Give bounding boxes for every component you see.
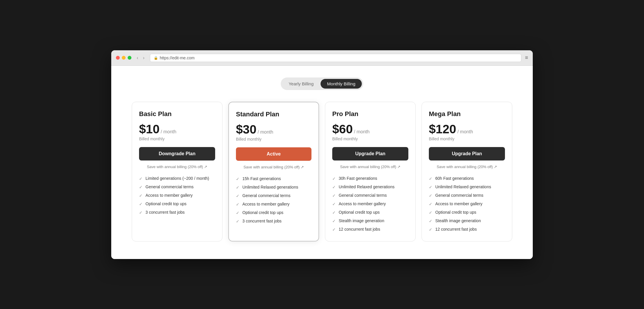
feature-item: ✓ Optional credit top ups [429, 210, 505, 215]
feature-item: ✓ Unlimited Relaxed generations [332, 184, 408, 189]
plan-price-row: $60 / month [332, 123, 408, 135]
forward-button[interactable]: › [141, 55, 146, 61]
feature-item: ✓ 30h Fast generations [332, 176, 408, 181]
check-icon: ✓ [236, 185, 239, 190]
feature-text: Unlimited Relaxed generations [339, 184, 395, 189]
plan-billed: Billed monthly [332, 137, 408, 141]
check-icon: ✓ [139, 176, 143, 181]
feature-text: Access to member gallery [242, 202, 290, 206]
check-icon: ✓ [139, 210, 143, 215]
plan-card-mega: Mega Plan $120 / month Billed monthly Up… [422, 102, 512, 241]
plan-cta-button[interactable]: Upgrade Plan [332, 147, 408, 160]
feature-text: Unlimited Relaxed generations [435, 184, 491, 189]
page-content: Yearly Billing Monthly Billing Basic Pla… [111, 66, 533, 259]
feature-item: ✓ Optional credit top ups [236, 210, 311, 215]
feature-text: General commercial terms [435, 193, 483, 198]
check-icon: ✓ [332, 193, 336, 198]
plan-billed: Billed monthly [236, 137, 311, 141]
check-icon: ✓ [332, 185, 336, 189]
plan-price-amount: $10 [139, 123, 160, 135]
plan-annual-save[interactable]: Save with annual billing (20% off) ↗ [429, 165, 505, 169]
feature-item: ✓ General commercial terms [429, 193, 505, 198]
check-icon: ✓ [236, 219, 239, 224]
address-bar[interactable]: 🔒 https://edit-me.com [150, 54, 522, 62]
check-icon: ✓ [429, 210, 432, 215]
check-icon: ✓ [236, 202, 239, 207]
plan-price-period: / month [354, 129, 369, 134]
plan-cta-button[interactable]: Upgrade Plan [429, 147, 505, 160]
feature-text: 3 concurrent fast jobs [242, 219, 282, 223]
feature-item: ✓ 15h Fast generations [236, 176, 311, 181]
plan-name: Standard Plan [236, 111, 311, 118]
browser-window: ‹ › 🔒 https://edit-me.com ≡ Yearly Billi… [111, 50, 533, 259]
feature-text: Optional credit top ups [145, 201, 186, 206]
plan-features-list: ✓ 15h Fast generations ✓ Unlimited Relax… [236, 176, 311, 224]
feature-text: Optional credit top ups [242, 210, 283, 215]
plan-billed: Billed monthly [139, 137, 215, 141]
feature-text: 30h Fast generations [339, 176, 377, 181]
feature-item: ✓ Unlimited Relaxed generations [429, 184, 505, 189]
billing-toggle: Yearly Billing Monthly Billing [281, 77, 363, 90]
feature-item: ✓ Stealth image generation [332, 218, 408, 223]
feature-item: ✓ 3 concurrent fast jobs [236, 219, 311, 224]
feature-item: ✓ Access to member gallery [236, 202, 311, 207]
feature-text: General commercial terms [242, 193, 290, 198]
check-icon: ✓ [332, 210, 336, 215]
check-icon: ✓ [332, 227, 336, 232]
feature-text: General commercial terms [145, 184, 193, 189]
monthly-billing-toggle[interactable]: Monthly Billing [321, 79, 362, 89]
plan-price-row: $120 / month [429, 123, 505, 135]
plan-name: Mega Plan [429, 110, 505, 118]
plan-features-list: ✓ Limited generations (~200 / month) ✓ G… [139, 176, 215, 215]
minimize-button[interactable] [122, 56, 126, 60]
feature-item: ✓ Stealth image generation [429, 218, 505, 223]
plan-price-amount: $30 [236, 123, 256, 136]
url-text: https://edit-me.com [160, 56, 195, 60]
feature-item: ✓ General commercial terms [139, 184, 215, 189]
plan-annual-save[interactable]: Save with annual billing (20% off) ↗ [236, 165, 311, 169]
plan-price-row: $30 / month [236, 123, 311, 136]
feature-item: ✓ General commercial terms [332, 193, 408, 198]
browser-menu-icon[interactable]: ≡ [525, 55, 528, 61]
check-icon: ✓ [429, 176, 432, 181]
check-icon: ✓ [236, 194, 239, 198]
check-icon: ✓ [236, 177, 239, 181]
plan-cta-button[interactable]: Active [236, 147, 311, 161]
check-icon: ✓ [429, 193, 432, 198]
maximize-button[interactable] [128, 56, 131, 60]
feature-text: Stealth image generation [435, 218, 481, 223]
feature-item: ✓ Unlimited Relaxed generations [236, 185, 311, 190]
plan-price-amount: $60 [332, 123, 353, 135]
plan-annual-save[interactable]: Save with annual billing (20% off) ↗ [139, 165, 215, 169]
plan-price-period: / month [258, 130, 273, 135]
feature-item: ✓ Access to member gallery [429, 201, 505, 206]
yearly-billing-toggle[interactable]: Yearly Billing [282, 79, 320, 89]
lock-icon: 🔒 [154, 56, 158, 60]
feature-item: ✓ 12 concurrent fast jobs [332, 227, 408, 232]
feature-item: ✓ 12 concurrent fast jobs [429, 227, 505, 232]
plan-name: Pro Plan [332, 110, 408, 118]
check-icon: ✓ [332, 202, 336, 206]
feature-text: 12 concurrent fast jobs [435, 227, 477, 232]
plan-features-list: ✓ 60h Fast generations ✓ Unlimited Relax… [429, 176, 505, 232]
plan-price-row: $10 / month [139, 123, 215, 135]
feature-item: ✓ 3 concurrent fast jobs [139, 210, 215, 215]
plan-price-period: / month [161, 129, 176, 134]
feature-text: General commercial terms [339, 193, 387, 198]
feature-item: ✓ Optional credit top ups [332, 210, 408, 215]
check-icon: ✓ [139, 193, 143, 198]
feature-item: ✓ General commercial terms [236, 193, 311, 198]
feature-text: Access to member gallery [435, 201, 482, 206]
check-icon: ✓ [332, 176, 336, 181]
check-icon: ✓ [139, 185, 143, 189]
feature-text: 60h Fast generations [435, 176, 474, 181]
feature-item: ✓ Access to member gallery [332, 201, 408, 206]
plan-annual-save[interactable]: Save with annual billing (20% off) ↗ [332, 165, 408, 169]
plan-features-list: ✓ 30h Fast generations ✓ Unlimited Relax… [332, 176, 408, 232]
feature-text: Optional credit top ups [339, 210, 380, 215]
traffic-lights [116, 56, 131, 60]
close-button[interactable] [116, 56, 120, 60]
back-button[interactable]: ‹ [135, 55, 140, 61]
feature-text: Access to member gallery [145, 193, 193, 198]
plan-cta-button[interactable]: Downgrade Plan [139, 147, 215, 160]
